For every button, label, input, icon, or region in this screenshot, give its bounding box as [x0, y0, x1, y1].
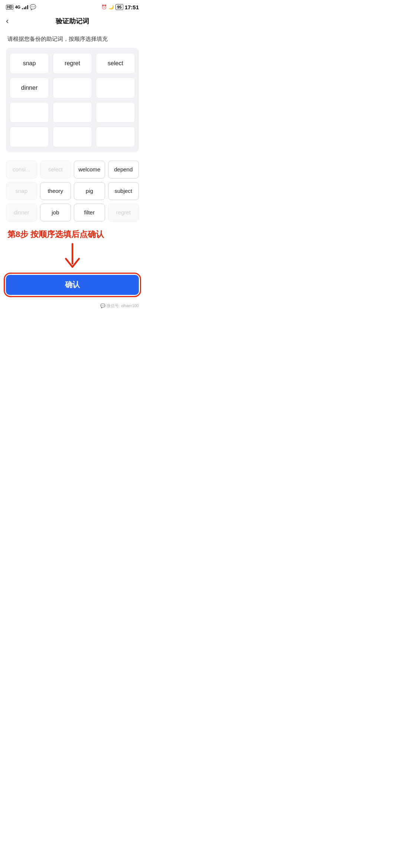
phrase-cell-9 — [96, 102, 135, 123]
phrase-cell-3: select — [96, 53, 135, 74]
confirm-button[interactable]: 确认 — [6, 275, 139, 295]
phrase-cell-8 — [53, 102, 92, 123]
word-row-3: dinner job filter regret — [6, 204, 139, 221]
annotation-text: 第8步 按顺序选填后点确认 — [7, 230, 104, 239]
watermark-text: 💬 微信号: xihaer100 — [100, 303, 139, 308]
word-btn-subject[interactable]: subject — [108, 182, 139, 200]
moon-icon: 🌙 — [108, 4, 114, 10]
phrase-cell-10 — [10, 126, 49, 147]
word-btn-filter[interactable]: filter — [74, 204, 105, 221]
arrow-container — [0, 240, 145, 272]
word-btn-welcome[interactable]: welcome — [74, 161, 105, 178]
word-choices: consi... select welcome depend snap theo… — [0, 158, 145, 225]
wechat-icon: 💬 — [30, 4, 36, 10]
word-btn-consi[interactable]: consi... — [6, 161, 37, 178]
phrase-grid-container: snap regret select dinner — [6, 48, 139, 152]
hd-label: HD — [6, 5, 13, 10]
annotation-area: 第8步 按顺序选填后点确认 — [0, 225, 145, 240]
word-row-1: consi... select welcome depend — [6, 161, 139, 178]
arrow-icon — [61, 242, 84, 272]
phrase-cell-11 — [53, 126, 92, 147]
word-row-2: snap theory pig subject — [6, 182, 139, 200]
word-btn-pig[interactable]: pig — [74, 182, 105, 200]
phrase-cell-12 — [96, 126, 135, 147]
battery-label: 95 — [115, 4, 123, 10]
status-right: ⏰ 🌙 95 17:51 — [101, 4, 139, 10]
instruction-text: 请根据您备份的助记词，按顺序选择填充 — [0, 29, 145, 48]
phrase-cell-7 — [10, 102, 49, 123]
word-btn-snap[interactable]: snap — [6, 182, 37, 200]
phrase-grid: snap regret select dinner — [10, 53, 135, 147]
word-btn-regret[interactable]: regret — [108, 204, 139, 221]
phrase-cell-5 — [53, 78, 92, 98]
phrase-cell-1: snap — [10, 53, 49, 74]
status-bar: HD 4G 💬 ⏰ 🌙 95 17:51 — [0, 0, 145, 13]
phrase-cell-2: regret — [53, 53, 92, 74]
word-btn-job[interactable]: job — [40, 204, 71, 221]
phrase-cell-4: dinner — [10, 78, 49, 98]
word-btn-theory[interactable]: theory — [40, 182, 71, 200]
word-btn-dinner[interactable]: dinner — [6, 204, 37, 221]
page-title: 验证助记词 — [56, 17, 89, 26]
phrase-cell-6 — [96, 78, 135, 98]
network-label: 4G — [15, 5, 20, 9]
watermark: 💬 微信号: xihaer100 — [0, 301, 145, 310]
word-btn-depend[interactable]: depend — [108, 161, 139, 178]
confirm-btn-wrap: 确认 — [0, 272, 145, 301]
alarm-icon: ⏰ — [101, 4, 107, 10]
signal-icon — [22, 5, 28, 9]
status-left: HD 4G 💬 — [6, 4, 36, 10]
page-header: ‹ 验证助记词 — [0, 13, 145, 29]
time-label: 17:51 — [125, 4, 139, 10]
confirm-label: 确认 — [65, 280, 80, 290]
word-btn-select[interactable]: select — [40, 161, 71, 178]
back-button[interactable]: ‹ — [6, 17, 9, 25]
